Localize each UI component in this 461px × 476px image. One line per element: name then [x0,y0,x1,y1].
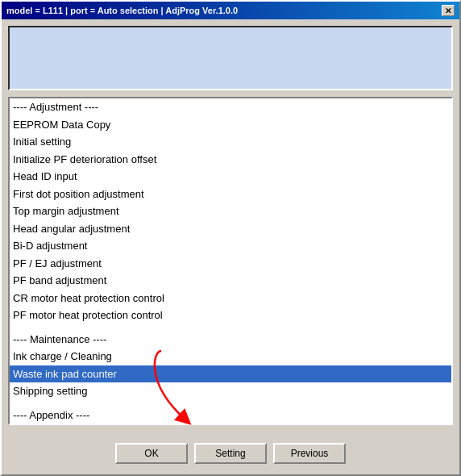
list-scroll[interactable]: ---- Adjustment ----EEPROM Data CopyInit… [10,98,451,424]
list-item-first-dot[interactable]: First dot position adjustment [10,186,451,203]
setting-button[interactable]: Setting [194,443,267,464]
list-item-waste-ink[interactable]: Waste ink pad counter [10,365,451,383]
list-section-header: ---- Adjustment ---- [10,98,451,116]
list-container: ---- Adjustment ----EEPROM Data CopyInit… [8,97,453,425]
list-item-ink-charge[interactable]: Ink charge / Cleaning [10,348,451,365]
close-button[interactable]: ✕ [442,5,455,16]
window-title: model = L111 | port = Auto selection | A… [6,6,238,15]
list-item-pf-band[interactable]: PF band adjustment [10,272,451,290]
main-window: model = L111 | port = Auto selection | A… [0,0,461,476]
preview-box [8,26,453,90]
list-item-cr-motor[interactable]: CR motor heat protection control [10,290,451,307]
list-item-top-margin[interactable]: Top margin adjustment [10,203,451,220]
list-item-empty [10,324,451,331]
list-item-pf-motor[interactable]: PF motor heat protection control [10,307,451,324]
previous-button[interactable]: Previous [273,443,346,464]
list-item-empty [10,400,451,407]
list-item-initialize-pf[interactable]: Initialize PF deterioration offset [10,151,451,169]
list-item-eeprom-data-copy[interactable]: EEPROM Data Copy [10,116,451,134]
title-bar: model = L111 | port = Auto selection | A… [2,2,459,19]
list-item-pf-ej[interactable]: PF / EJ adjustment [10,255,451,273]
list-item-head-angular[interactable]: Head angular adjustment [10,220,451,238]
ok-button[interactable]: OK [115,443,188,464]
list-item-bi-d[interactable]: Bi-D adjustment [10,237,451,255]
list-section-header: ---- Maintenance ---- [10,331,451,349]
list-item-initial-setting[interactable]: Initial setting [10,133,451,151]
list-section-header: ---- Appendix ---- [10,407,451,424]
content-area: ---- Adjustment ----EEPROM Data CopyInit… [2,19,459,476]
list-item-head-id-input[interactable]: Head ID input [10,168,451,186]
button-bar: OK Setting Previous [8,438,453,470]
list-item-shipping[interactable]: Shipping setting [10,382,451,400]
